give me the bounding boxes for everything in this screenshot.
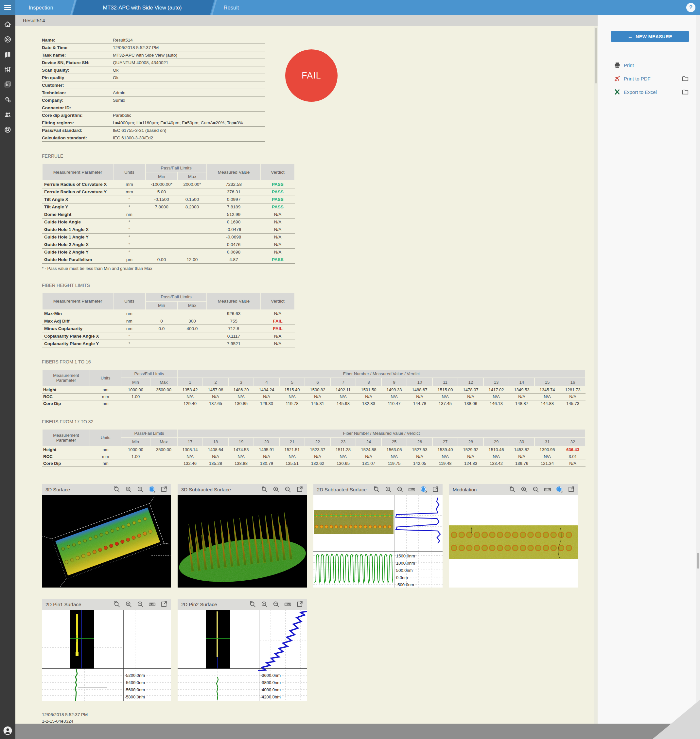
panel-tools-0 [113,486,168,493]
ruler-icon[interactable] [544,486,551,493]
users-icon[interactable] [0,107,15,122]
zoom-out-icon[interactable] [272,601,280,608]
panel-title: 2D Pin2 Surface [181,602,217,607]
export-actions: PrintPrint to PDFExport to Excel [598,60,696,100]
zoom-in-icon[interactable] [125,486,132,493]
panel-tools-5 [249,601,303,608]
ruler-icon[interactable] [408,486,415,493]
zoom-out-icon[interactable] [137,601,144,608]
table-row: Guide Hole Parallelismμm0.0012.004.87PAS… [42,256,295,264]
zoom-in-icon[interactable] [521,486,528,493]
zoom-in-icon[interactable] [272,486,280,493]
expand-icon[interactable] [296,486,303,493]
folder-icon[interactable] [682,75,689,82]
table-row: Ferrule Radius of Curvature Xmm-10000.00… [42,181,295,188]
sliders-icon[interactable] [0,62,15,77]
3d-subtracted-surface-view[interactable] [178,495,307,587]
axis-label: -5200.0nm [125,672,145,679]
zoom-out-icon[interactable] [137,486,144,493]
folder-icon[interactable] [682,88,689,96]
section-title-ferrule: FERRULE [42,153,594,159]
expand-icon[interactable] [568,486,575,493]
2d-pin2-surface-view[interactable]: -3600.0nm-3800.0nm-4000.0nm-4200.0nm-440… [178,610,307,701]
zoom-out-icon[interactable] [396,486,404,493]
ruler-icon[interactable] [149,601,156,608]
gallery-icon[interactable] [0,77,15,92]
expand-icon[interactable] [296,601,303,608]
fiber-height-limits-table: Measurement ParameterUnitsPass/Fail Limi… [42,293,295,348]
zoom-out-icon[interactable] [532,486,540,493]
table-row: Minus Coplanaritynm0.0400.0712.8FAIL [42,325,295,333]
target-icon[interactable] [0,32,15,47]
action-label: Export to Excel [624,89,657,95]
2d-pin1-surface-view[interactable]: -5200.0nm-5400.0nm-5600.0nm-5800.0nm-600… [42,610,171,701]
zoom-in-icon[interactable] [385,486,392,493]
panel-2d-subtracted-surface: 2D Subtracted Surface [313,484,443,587]
expand-icon[interactable] [160,601,168,608]
tab-inspection[interactable]: Inspection [20,0,62,15]
info-row: Name:Result514 [42,36,265,44]
main-scrollbar-thumb[interactable] [595,28,597,84]
panel-tools-2 [373,486,439,493]
axis-label: 0.0nm [396,574,415,581]
table-row: Ferrule Radius of Curvature Ymm5.00376.3… [42,188,295,196]
panel-tools-1 [261,486,303,493]
support-icon[interactable] [0,122,15,137]
reset-zoom-icon[interactable] [113,486,121,493]
hamburger-menu-icon[interactable] [0,0,15,15]
info-row: Pin qualityOk [42,74,265,81]
account-icon[interactable] [3,726,13,736]
zoom-out-icon[interactable] [284,486,291,493]
3d-surface-view[interactable] [42,495,171,587]
ferrule-footnote: * - Pass value must be less than Min and… [42,266,594,271]
info-row: Device SN, Fixture SN:QUANTUM 40008, 434… [42,59,265,66]
section-title-fibers-17-32: FIBERS FROM 17 TO 32 [42,419,594,424]
table-row: Guide Hole 1 Angle X°-0.0476N/A [42,226,295,233]
reports-icon[interactable] [0,47,15,62]
expand-icon[interactable] [160,486,168,493]
palette-icon[interactable] [556,486,563,493]
panel-3d-subtracted-surface: 3D Subtracted Surface [178,484,307,587]
help-icon[interactable]: ? [686,3,696,12]
reset-zoom-icon[interactable] [113,601,121,608]
table-row: Guide Hole 2 Angle Y°0.0698N/A [42,248,295,256]
axis-label: -3600.0nm [260,672,281,679]
palette-icon[interactable] [420,486,427,493]
table-row: Heightnm1000.003500.001308.141408.641474… [42,446,585,453]
ferrule-table: Measurement ParameterUnitsPass/Fail Limi… [42,163,295,264]
panel-title: 3D Surface [46,487,70,492]
gears-icon[interactable] [0,92,15,107]
info-row: Scan quality:Ok [42,66,265,74]
page-title: Result514 [15,15,598,26]
expand-icon[interactable] [432,486,439,493]
tab-result[interactable]: Result [216,0,246,15]
left-sidebar [0,15,15,739]
print-to-pdf-button[interactable]: Print to PDF [598,74,696,84]
ruler-icon[interactable] [284,601,291,608]
home-icon[interactable] [0,17,15,32]
corner-fold [653,700,700,739]
axis-labels: -5200.0nm-5400.0nm-5600.0nm-5800.0nm-600… [125,672,145,701]
footer-datetime: 12/06/2018 5:52:37 PM [42,711,594,718]
reset-zoom-icon[interactable] [373,486,380,493]
right-panel: ←NEW MEASURE PrintPrint to PDFExport to … [598,15,696,724]
modulation-view[interactable] [449,495,578,587]
panel-3d-surface: 3D Surface [42,484,171,587]
zoom-in-icon[interactable] [125,601,132,608]
print-button[interactable]: Print [598,60,696,70]
reset-zoom-icon[interactable] [249,601,256,608]
window-scrollbar-thumb[interactable] [697,553,699,568]
bottom-bar [15,724,700,739]
panel-title: 3D Subtracted Surface [181,487,231,492]
zoom-in-icon[interactable] [261,601,268,608]
reset-zoom-icon[interactable] [261,486,268,493]
reset-zoom-icon[interactable] [509,486,516,493]
window-scrollbar [696,15,700,724]
palette-icon[interactable] [149,486,156,493]
2d-subtracted-surface-view[interactable]: 1500.0nm1000.0nm500.0nm0.0nm-500.0nm [313,495,443,587]
export-to-excel-button[interactable]: Export to Excel [598,87,696,97]
top-bar: Inspection MT32-APC with Side View (auto… [0,0,700,15]
new-measure-button[interactable]: ←NEW MEASURE [611,31,689,42]
panel-tools-3 [509,486,575,493]
tab-task[interactable]: MT32-APC with Side View (auto) [78,0,206,15]
